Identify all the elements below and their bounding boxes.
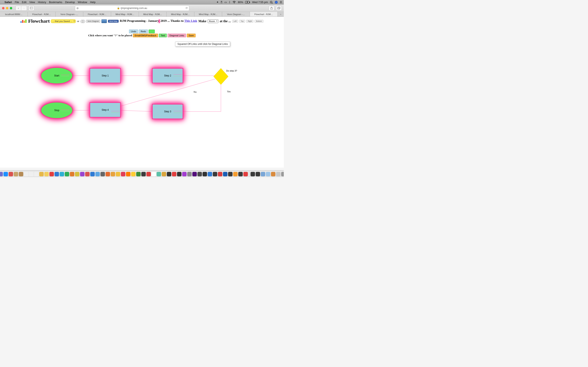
status-icon-1[interactable]: ✦ [216, 1, 219, 4]
tab-6[interactable]: Mind Map - RJM… [167, 12, 194, 17]
undo-button[interactable]: Undo [129, 30, 138, 33]
wifi-icon[interactable] [233, 1, 236, 3]
dock-app-42[interactable] [208, 172, 212, 176]
dock-app-50[interactable] [251, 172, 255, 176]
dock-app-55[interactable] [276, 172, 281, 176]
dock-app-4[interactable] [14, 172, 18, 176]
dock-app-18[interactable] [85, 172, 90, 176]
siri-icon[interactable] [275, 1, 278, 4]
flowchart-canvas[interactable]: Start Step 1 Step 2 Do step 3? Yes No [0, 47, 284, 167]
dock-app-31[interactable] [151, 172, 156, 176]
sidebar-button[interactable] [29, 6, 34, 11]
menu-edit[interactable]: Edit [22, 1, 26, 4]
tabs-button[interactable] [276, 6, 282, 11]
tab-3[interactable]: Flowchart - RJM… [83, 12, 111, 17]
menu-bookmarks[interactable]: Bookmarks [49, 1, 62, 4]
tab-9[interactable]: Flowchart - RJM… [250, 12, 278, 17]
display-icon[interactable]: ▭ [224, 1, 227, 4]
saved-select[interactable]: ... that you Saved ... [51, 19, 76, 23]
dock-app-34[interactable] [167, 172, 171, 176]
dock-app-3[interactable] [9, 172, 13, 176]
tab-5[interactable]: Mind Map - RJM… [139, 12, 167, 17]
dock-app-47[interactable] [233, 172, 238, 176]
dock-app-23[interactable] [111, 172, 115, 176]
forward-button[interactable]: › [21, 6, 27, 11]
dock-app-38[interactable] [187, 172, 192, 176]
dock-app-45[interactable] [223, 172, 227, 176]
diagonal-links-button[interactable]: Diagonal Links [168, 34, 186, 37]
dock-app-40[interactable] [198, 172, 202, 176]
status-icon-2[interactable]: ᛖ [221, 1, 222, 4]
dock-app-25[interactable] [121, 172, 125, 176]
share-button[interactable] [269, 6, 274, 11]
pos-right-button[interactable]: Right [246, 20, 253, 23]
dock-app-43[interactable] [213, 172, 217, 176]
bluetooth-icon[interactable]: ᛒ [229, 1, 231, 4]
new-tab-plus-icon[interactable]: ⊕ [76, 7, 79, 10]
battery-icon[interactable] [245, 1, 250, 3]
tab-2[interactable]: Venn Diagram -… [56, 12, 83, 17]
dock-app-17[interactable] [80, 172, 85, 176]
menu-window[interactable]: Window [78, 1, 87, 4]
tab-8[interactable]: Venn Diagram -… [222, 12, 250, 17]
dock-app-14[interactable] [65, 172, 69, 176]
tab-7[interactable]: Mind Map - RJM… [194, 12, 222, 17]
dock-app-22[interactable] [105, 172, 110, 176]
dock-app-29[interactable] [141, 172, 146, 176]
reload-icon[interactable]: ⟳ [186, 7, 188, 9]
pos-left-button[interactable]: Left [232, 20, 238, 23]
mind-map-icon[interactable] [102, 19, 107, 23]
venn-icon[interactable] [80, 19, 85, 23]
clock[interactable]: Wed 7:55 pm [252, 1, 268, 4]
dock-app-33[interactable] [162, 172, 166, 176]
address-bar[interactable]: ⊕ 🔒 rjmprogramming.com.au ⟳ [75, 6, 189, 11]
dock-app-26[interactable] [126, 172, 130, 176]
dock-app-44[interactable] [218, 172, 222, 176]
dock-app-41[interactable] [203, 172, 207, 176]
dock-app-35[interactable] [172, 172, 176, 176]
dock-app-48[interactable] [238, 172, 243, 176]
dock-app-21[interactable] [100, 172, 105, 176]
dock-app-32[interactable] [156, 172, 161, 176]
spotlight-icon[interactable] [270, 1, 273, 4]
dock-app-2[interactable] [3, 172, 8, 176]
dock-app-56[interactable] [281, 172, 284, 176]
dock-app-39[interactable] [192, 172, 197, 176]
save-button[interactable]: Save [187, 34, 196, 37]
dock-app-54[interactable] [271, 172, 276, 176]
dock-app-30[interactable] [146, 172, 151, 176]
pos-bottom-button[interactable]: Bottom [255, 20, 263, 23]
app-name[interactable]: Safari [4, 1, 12, 4]
dock-app-36[interactable] [177, 172, 182, 176]
new-tab-button[interactable]: + [278, 12, 284, 17]
room-select[interactable]: Room [208, 19, 218, 23]
dock-app-16[interactable] [75, 172, 79, 176]
tab-1[interactable]: Flowchart - RJM… [28, 12, 56, 17]
text-button[interactable]: Text [159, 34, 167, 37]
fullscreen-window-button[interactable] [10, 7, 12, 9]
dock-app-5[interactable] [19, 172, 23, 176]
dock-app-8[interactable] [34, 172, 39, 176]
dock-app-12[interactable] [54, 172, 59, 176]
email-button[interactable]: Email/SMS/Feedback [133, 34, 158, 37]
dock-app-1[interactable] [0, 172, 3, 176]
dock-app-10[interactable] [44, 172, 49, 176]
tab-0[interactable]: localhost:8888/… [0, 12, 28, 17]
dock-app-53[interactable] [266, 172, 270, 176]
mind-map-button[interactable]: Mind Map [108, 20, 119, 23]
dock-app-7[interactable] [29, 172, 34, 176]
dock-app-9[interactable] [39, 172, 44, 176]
minimize-window-button[interactable] [6, 7, 8, 9]
notification-center-icon[interactable]: ☰ [280, 1, 282, 4]
dock-app-37[interactable] [182, 172, 187, 176]
menu-history[interactable]: History [38, 1, 46, 4]
dock-app-11[interactable] [49, 172, 54, 176]
back-button[interactable]: ‹ [16, 6, 21, 11]
dock-app-52[interactable] [261, 172, 265, 176]
dock-app-15[interactable] [70, 172, 74, 176]
close-window-button[interactable] [2, 7, 4, 9]
dock-app-13[interactable] [60, 172, 64, 176]
dock-app-28[interactable] [136, 172, 141, 176]
redo-button[interactable]: Redo [139, 30, 148, 33]
menu-file[interactable]: File [15, 1, 19, 4]
